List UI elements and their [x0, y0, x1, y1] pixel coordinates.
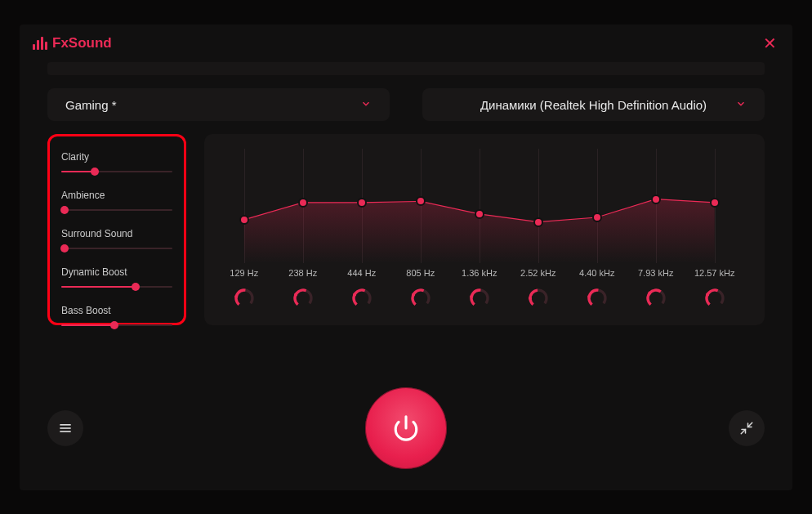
eq-node[interactable]	[651, 194, 661, 204]
effect-label: Dynamic Boost	[61, 266, 172, 278]
effect-slider[interactable]	[61, 168, 172, 176]
chevron-down-icon	[360, 98, 372, 112]
effect-clarity: Clarity	[61, 151, 172, 176]
eq-node[interactable]	[710, 198, 720, 208]
preset-value: Gaming *	[65, 98, 117, 112]
eq-node[interactable]	[533, 217, 543, 227]
eq-node[interactable]	[475, 209, 484, 219]
eq-labels: 129 Hz238 Hz444 Hz805 Hz1.36 kHz2.52 kHz…	[229, 268, 740, 279]
effect-dynamic-boost: Dynamic Boost	[61, 266, 172, 291]
logo-icon	[33, 37, 47, 50]
effect-slider[interactable]	[61, 321, 172, 329]
eq-freq-label: 2.52 kHz	[520, 268, 555, 278]
collapse-button[interactable]	[729, 410, 765, 446]
main-area: ClarityAmbienceSurround SoundDynamic Boo…	[20, 134, 792, 325]
effect-slider[interactable]	[61, 283, 172, 291]
eq-knobs	[229, 286, 740, 314]
eq-knob[interactable]	[585, 286, 609, 311]
menu-button[interactable]	[47, 410, 83, 446]
power-button[interactable]	[365, 387, 447, 469]
eq-node[interactable]	[239, 215, 249, 225]
close-icon[interactable]: ✕	[760, 34, 779, 53]
eq-freq-label: 129 Hz	[230, 268, 258, 278]
effects-panel: ClarityAmbienceSurround SoundDynamic Boo…	[47, 134, 186, 325]
eq-freq-label: 12.57 kHz	[694, 268, 735, 278]
effect-bass-boost: Bass Boost	[61, 305, 172, 329]
eq-knob[interactable]	[467, 286, 492, 311]
bottom-bar	[20, 387, 792, 469]
eq-freq-label: 805 Hz	[406, 268, 435, 278]
effect-label: Bass Boost	[61, 305, 172, 316]
dropdown-row: Gaming * Динамики (Realtek High Definiti…	[20, 88, 792, 134]
collapse-icon	[739, 421, 754, 436]
top-strip	[47, 62, 765, 75]
effect-slider[interactable]	[61, 206, 172, 214]
eq-knob[interactable]	[232, 286, 257, 311]
eq-graph[interactable]	[229, 149, 740, 263]
preset-dropdown[interactable]: Gaming *	[47, 88, 390, 121]
app-logo: FxSound	[33, 35, 112, 51]
eq-freq-label: 444 Hz	[347, 268, 376, 278]
eq-knob[interactable]	[291, 286, 315, 311]
eq-freq-label: 7.93 kHz	[638, 268, 673, 278]
eq-node[interactable]	[357, 198, 367, 208]
eq-knob[interactable]	[526, 286, 551, 311]
eq-freq-label: 4.40 kHz	[579, 268, 614, 278]
device-dropdown[interactable]: Динамики (Realtek High Definition Audio)	[422, 88, 765, 121]
device-value: Динамики (Realtek High Definition Audio)	[480, 98, 707, 112]
svg-point-17	[529, 297, 532, 300]
eq-node[interactable]	[592, 212, 602, 222]
eq-node[interactable]	[298, 198, 308, 208]
eq-knob[interactable]	[350, 286, 374, 311]
eq-node[interactable]	[416, 196, 426, 206]
svg-line-31	[741, 430, 745, 434]
eq-knob[interactable]	[644, 286, 668, 311]
hamburger-icon	[57, 420, 74, 436]
effect-label: Surround Sound	[61, 228, 172, 239]
eq-knob[interactable]	[408, 286, 433, 311]
eq-knob[interactable]	[703, 286, 727, 311]
effect-surround-sound: Surround Sound	[61, 228, 172, 253]
chevron-down-icon	[735, 98, 747, 112]
effect-slider[interactable]	[61, 244, 172, 253]
svg-line-32	[748, 422, 752, 427]
effect-ambience: Ambience	[61, 190, 172, 214]
titlebar: FxSound ✕	[20, 25, 792, 62]
effect-label: Clarity	[61, 151, 172, 163]
eq-panel: 129 Hz238 Hz444 Hz805 Hz1.36 kHz2.52 kHz…	[204, 134, 765, 325]
app-window: FxSound ✕ Gaming * Динамики (Realtek Hig…	[20, 25, 792, 490]
power-icon	[392, 414, 420, 442]
effect-label: Ambience	[61, 190, 172, 201]
app-name: FxSound	[52, 35, 112, 51]
eq-freq-label: 238 Hz	[288, 268, 317, 278]
eq-freq-label: 1.36 kHz	[462, 268, 497, 278]
